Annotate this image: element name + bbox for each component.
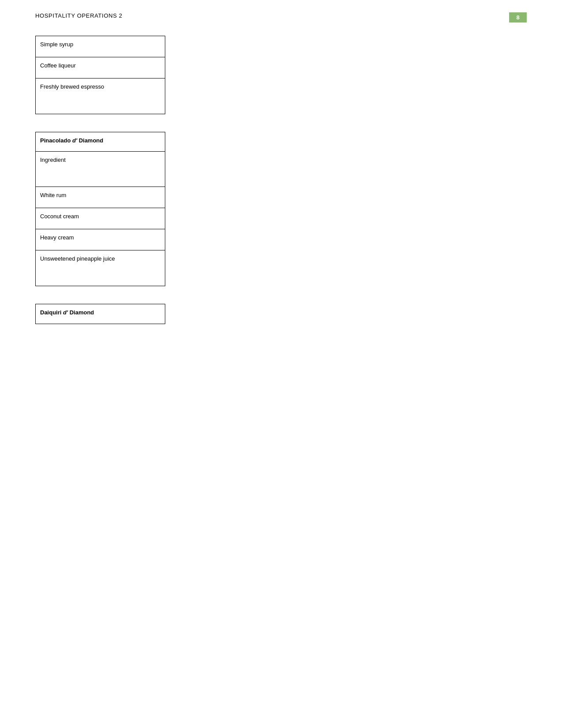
daiquiri-header-row: Daiquiri d' Diamond [36,304,165,324]
table-row: Freshly brewed espresso [36,78,165,114]
page-header: HOSPITALITY OPERATIONS 2 8 [0,0,562,22]
table-row: Heavy cream [36,229,165,250]
cell-heavy-cream: Heavy cream [40,234,74,242]
cell-simple-syrup: Simple syrup [40,41,73,49]
pinacolado-title: Pinacolado d' Diamond [40,137,103,145]
page-number-badge: 8 [509,12,527,22]
cell-pineapple-juice: Unsweetened pineapple juice [40,255,115,263]
cell-coconut-cream: Coconut cream [40,213,79,220]
table-row: White rum [36,187,165,208]
daiquiri-title: Daiquiri d' Diamond [40,309,94,317]
table-row: Coconut cream [36,208,165,229]
espresso-ingredients-table: Simple syrup Coffee liqueur Freshly brew… [35,36,165,114]
table-row: Ingredient [36,152,165,187]
cell-ingredient: Ingredient [40,156,66,164]
page-title: HOSPITALITY OPERATIONS 2 [35,12,123,19]
content-area: Simple syrup Coffee liqueur Freshly brew… [0,22,562,324]
cell-white-rum: White rum [40,191,66,199]
table-row: Simple syrup [36,36,165,57]
pinacolado-header-row: Pinacolado d' Diamond [36,132,165,152]
table-row: Unsweetened pineapple juice [36,250,165,286]
daiquiri-table: Daiquiri d' Diamond [35,304,165,324]
cell-freshly-brewed-espresso: Freshly brewed espresso [40,83,104,91]
cell-coffee-liqueur: Coffee liqueur [40,62,76,70]
table-row: Coffee liqueur [36,57,165,78]
pinacolado-table: Pinacolado d' Diamond Ingredient White r… [35,132,165,286]
